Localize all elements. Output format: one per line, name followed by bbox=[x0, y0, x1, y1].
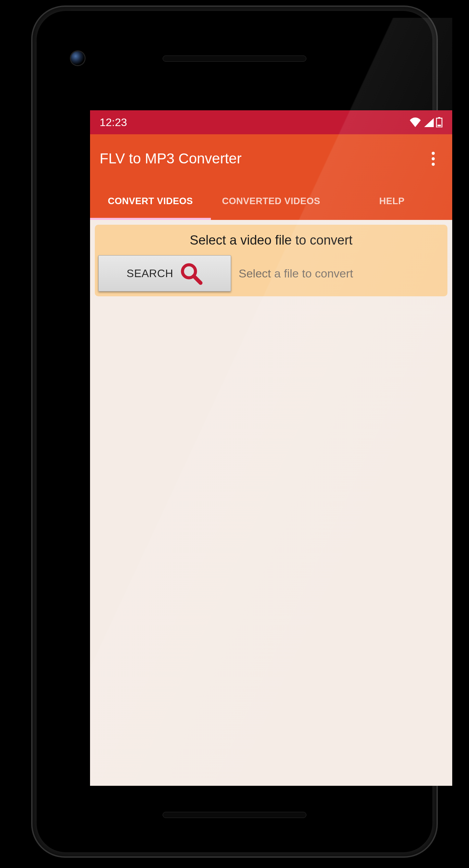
status-bar: 12:23 bbox=[90, 110, 452, 134]
phone-bezel: 12:23 FLV to MP3 Converter bbox=[37, 11, 432, 852]
phone-camera bbox=[71, 51, 85, 65]
convert-card: Select a video file to convert SEARCH Se… bbox=[95, 225, 447, 296]
content-area: Select a video file to convert SEARCH Se… bbox=[90, 220, 452, 301]
tab-bar: CONVERT VIDEOS CONVERTED VIDEOS HELP bbox=[90, 183, 452, 220]
status-time: 12:23 bbox=[100, 116, 127, 129]
tab-label: CONVERT VIDEOS bbox=[108, 196, 193, 207]
search-icon bbox=[179, 262, 203, 285]
search-button-label: SEARCH bbox=[127, 267, 173, 280]
tab-indicator bbox=[90, 218, 211, 220]
battery-icon bbox=[436, 117, 443, 127]
app-title: FLV to MP3 Converter bbox=[100, 150, 423, 167]
cellular-icon bbox=[423, 117, 434, 127]
phone-speaker-top bbox=[163, 55, 306, 62]
tab-convert-videos[interactable]: CONVERT VIDEOS bbox=[90, 183, 211, 220]
search-row: SEARCH Select a file to convert bbox=[98, 255, 444, 292]
status-icons bbox=[409, 117, 443, 127]
tab-label: CONVERTED VIDEOS bbox=[222, 196, 320, 207]
overflow-menu-button[interactable] bbox=[423, 149, 443, 168]
phone-speaker-bottom bbox=[163, 812, 306, 818]
phone-frame: 12:23 FLV to MP3 Converter bbox=[33, 7, 436, 856]
wifi-icon bbox=[409, 117, 421, 127]
convert-heading: Select a video file to convert bbox=[98, 233, 444, 248]
app-bar: FLV to MP3 Converter bbox=[90, 134, 452, 183]
file-select-field[interactable]: Select a file to convert bbox=[239, 267, 353, 280]
tab-converted-videos[interactable]: CONVERTED VIDEOS bbox=[211, 183, 332, 220]
svg-line-4 bbox=[194, 276, 201, 283]
tab-help[interactable]: HELP bbox=[331, 183, 452, 220]
search-button[interactable]: SEARCH bbox=[98, 255, 231, 292]
tab-label: HELP bbox=[379, 196, 405, 207]
screen: 12:23 FLV to MP3 Converter bbox=[90, 110, 452, 786]
svg-rect-2 bbox=[438, 125, 441, 126]
